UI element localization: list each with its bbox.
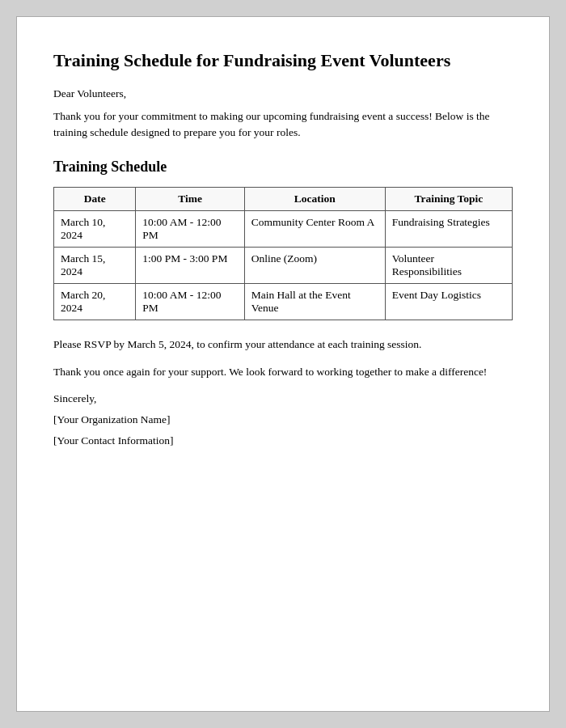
contact-info: [Your Contact Information] xyxy=(53,434,513,447)
schedule-table: Date Time Location Training Topic March … xyxy=(53,187,513,320)
cell-date: March 20, 2024 xyxy=(54,284,136,320)
col-header-topic: Training Topic xyxy=(385,188,512,211)
section-title: Training Schedule xyxy=(53,159,513,176)
cell-time: 10:00 AM - 12:00 PM xyxy=(136,284,244,320)
cell-location: Community Center Room A xyxy=(244,211,385,248)
thank-you-text: Thank you once again for your support. W… xyxy=(53,364,513,380)
table-row: March 20, 202410:00 AM - 12:00 PMMain Ha… xyxy=(54,284,513,320)
cell-date: March 15, 2024 xyxy=(54,248,136,284)
closing: Sincerely, xyxy=(53,392,513,405)
cell-time: 1:00 PM - 3:00 PM xyxy=(136,248,244,284)
cell-topic: Volunteer Responsibilities xyxy=(385,248,512,284)
col-header-location: Location xyxy=(244,188,385,211)
table-row: March 15, 20241:00 PM - 3:00 PMOnline (Z… xyxy=(54,248,513,284)
col-header-date: Date xyxy=(54,188,136,211)
table-header-row: Date Time Location Training Topic xyxy=(54,188,513,211)
org-name: [Your Organization Name] xyxy=(53,413,513,426)
cell-location: Online (Zoom) xyxy=(244,248,385,284)
cell-date: March 10, 2024 xyxy=(54,211,136,248)
intro-text: Thank you for your commitment to making … xyxy=(53,108,513,142)
col-header-time: Time xyxy=(136,188,244,211)
cell-time: 10:00 AM - 12:00 PM xyxy=(136,211,244,248)
cell-location: Main Hall at the Event Venue xyxy=(244,284,385,320)
greeting: Dear Volunteers, xyxy=(53,87,513,100)
rsvp-text: Please RSVP by March 5, 2024, to confirm… xyxy=(53,336,513,353)
cell-topic: Event Day Logistics xyxy=(385,284,512,320)
cell-topic: Fundraising Strategies xyxy=(385,211,512,248)
table-row: March 10, 202410:00 AM - 12:00 PMCommuni… xyxy=(54,211,513,248)
main-title: Training Schedule for Fundraising Event … xyxy=(53,49,513,73)
page-container: Training Schedule for Fundraising Event … xyxy=(16,16,550,712)
